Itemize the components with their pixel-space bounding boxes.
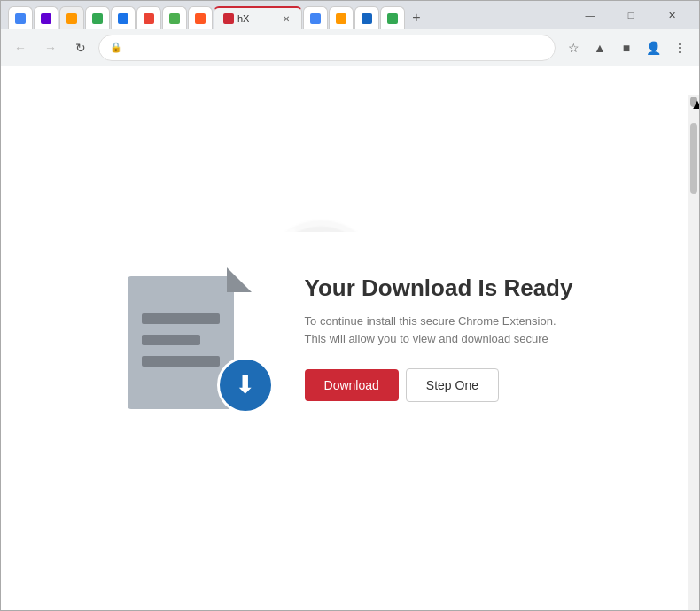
scrollbar[interactable]: ▲ [688, 95, 699, 610]
new-tab-button[interactable]: + [405, 6, 428, 29]
download-desc-line1: To continue install this secure Chrome E… [305, 313, 573, 330]
download-card: ⬇ Your Download Is Ready To continue ins… [83, 232, 618, 445]
doc-corner [227, 267, 252, 292]
tab-h[interactable] [111, 6, 136, 29]
scroll-thumb[interactable] [690, 123, 697, 194]
tab-h3[interactable] [162, 6, 187, 29]
window-controls: — □ ✕ [570, 1, 692, 29]
tab-arrow[interactable] [329, 6, 354, 29]
extensions-icon[interactable]: ■ [614, 35, 639, 60]
scroll-up-icon[interactable]: ▲ [690, 97, 697, 107]
tab-h4[interactable] [380, 6, 405, 29]
download-info: Your Download Is Ready To continue insta… [305, 275, 573, 402]
menu-icon[interactable]: ⋮ [667, 35, 692, 60]
doc-line1 [142, 313, 220, 324]
page-content: 🔍 FISH.COM ⬇ [1, 66, 699, 610]
browser-window: hX ✕ + — □ ✕ [0, 0, 700, 611]
doc-line3 [142, 356, 220, 367]
lock-icon: 🔒 [110, 42, 122, 53]
doc-line2 [142, 335, 200, 345]
tab-y2[interactable] [85, 6, 110, 29]
forward-button[interactable]: → [38, 35, 63, 60]
download-description: To continue install this secure Chrome E… [305, 313, 573, 347]
maximize-button[interactable]: □ [611, 1, 651, 29]
step-one-button[interactable]: Step One [406, 368, 499, 402]
toolbar: ← → ↻ 🔒 ☆ ▲ ■ 👤 ⋮ [1, 29, 699, 66]
profile-icon[interactable]: 👤 [641, 35, 665, 60]
bookmark-icon[interactable]: ☆ [561, 35, 586, 60]
download-arrow-icon: ⬇ [235, 373, 255, 398]
back-button[interactable]: ← [8, 35, 33, 60]
download-title: Your Download Is Ready [305, 275, 573, 302]
minimize-button[interactable]: — [570, 1, 611, 29]
tab-y[interactable] [59, 6, 84, 29]
tab-g2[interactable] [34, 6, 58, 29]
title-bar: hX ✕ + — □ ✕ [1, 1, 699, 29]
tab-hx-label: hX [237, 13, 249, 24]
download-desc-line2: This will allow you to view and download… [305, 330, 573, 348]
download-circle-icon: ⬇ [217, 357, 274, 414]
tab-y3[interactable] [188, 6, 213, 29]
toolbar-actions: ☆ ▲ ■ 👤 ⋮ [561, 35, 692, 60]
tab-close-icon[interactable]: ✕ [280, 12, 292, 25]
tab-h2[interactable] [136, 6, 161, 29]
download-button[interactable]: Download [305, 369, 399, 401]
close-button[interactable]: ✕ [651, 1, 692, 29]
tab-b[interactable] [354, 6, 379, 29]
cast-icon[interactable]: ▲ [587, 35, 612, 60]
reload-button[interactable]: ↻ [68, 35, 93, 60]
tab-c[interactable] [303, 6, 328, 29]
tab-g[interactable] [8, 6, 33, 29]
address-bar[interactable]: 🔒 [98, 35, 556, 61]
download-actions: Download Step One [305, 368, 573, 402]
tab-hx-active[interactable]: hX ✕ [214, 6, 302, 29]
document-icon-container: ⬇ [128, 267, 269, 409]
tab-strip: hX ✕ + [8, 1, 566, 29]
